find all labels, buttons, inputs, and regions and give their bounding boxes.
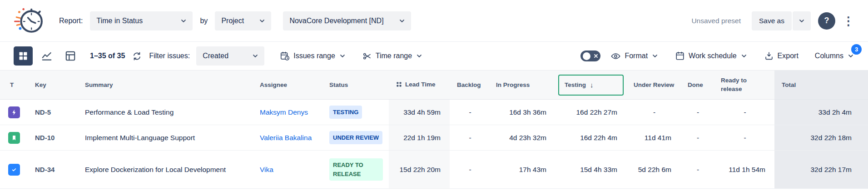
- in-progress-value: 17h 43m: [489, 151, 556, 189]
- column-header-in-progress[interactable]: In Progress: [489, 71, 556, 100]
- lead-time-value: 33d 4h 59m: [389, 100, 450, 125]
- by-label: by: [200, 17, 208, 25]
- column-header-type[interactable]: T: [0, 71, 28, 100]
- backlog-value: -: [450, 151, 489, 189]
- stopwatch-logo: [14, 6, 44, 36]
- total-value: 32d 22h 17m: [774, 151, 868, 189]
- kebab-menu-icon: ⋮: [843, 14, 854, 28]
- testing-value: 15d 4h 33m: [556, 151, 626, 189]
- group-by-value: Project: [221, 17, 244, 25]
- calendar-icon: [675, 51, 685, 61]
- chevron-down-icon: [258, 17, 266, 25]
- save-as-button[interactable]: Save as: [752, 11, 792, 30]
- filter-select[interactable]: Created: [196, 46, 264, 66]
- filter-issues-label: Filter issues:: [149, 52, 190, 60]
- column-header-testing[interactable]: Testing ↓: [556, 71, 626, 100]
- grid-handle-icon: [396, 81, 402, 87]
- issue-summary: Performance & Load Testing: [78, 100, 253, 125]
- under-review-value: -: [626, 100, 680, 125]
- result-count: 1–35 of 35: [90, 52, 125, 60]
- total-value: 32d 22h 18m: [774, 125, 868, 151]
- format-button[interactable]: Format: [610, 49, 660, 63]
- task-type-icon[interactable]: [8, 164, 20, 176]
- checkmark-icon: [10, 166, 18, 173]
- work-schedule-label: Work schedule: [689, 52, 737, 60]
- column-header-lead-time[interactable]: Lead Time: [389, 71, 450, 100]
- export-label: Export: [778, 52, 799, 60]
- toggle-knob: [583, 52, 590, 60]
- issue-key: ND-5: [28, 100, 78, 125]
- preset-status: Unsaved preset: [691, 17, 741, 25]
- column-header-total[interactable]: Total: [774, 71, 868, 100]
- column-header-key[interactable]: Key: [28, 71, 78, 100]
- story-type-icon[interactable]: [8, 132, 20, 144]
- sorted-column-highlight: Testing ↓: [558, 75, 624, 96]
- time-range-label: Time range: [376, 52, 412, 60]
- table-row: ND-10 Implement Multi-Language Support V…: [0, 125, 868, 151]
- column-header-summary[interactable]: Summary: [78, 71, 253, 100]
- ready-to-release-value: 11d 1h 54m: [714, 151, 774, 189]
- filter-value: Created: [203, 52, 228, 60]
- epic-type-icon[interactable]: [8, 106, 20, 118]
- export-button[interactable]: Export: [763, 49, 799, 63]
- cross-icon: [594, 54, 598, 58]
- group-by-select[interactable]: Project: [215, 11, 271, 30]
- report-type-value: Time in Status: [96, 17, 143, 25]
- column-header-ready-to-release[interactable]: Ready to release: [714, 71, 774, 100]
- refresh-button[interactable]: [131, 50, 143, 63]
- backlog-value: -: [450, 125, 489, 151]
- chevron-down-icon: [416, 52, 423, 60]
- ready-to-release-value: -: [714, 100, 774, 125]
- chevron-down-icon: [180, 17, 187, 25]
- assignee-link[interactable]: Valeriia Bakalina: [260, 134, 312, 141]
- pivot-view-button[interactable]: [61, 46, 80, 66]
- chevron-down-icon: [740, 52, 748, 60]
- chevron-down-icon: [252, 52, 259, 60]
- chart-view-button[interactable]: [37, 46, 56, 66]
- chart-view-icon: [41, 50, 53, 62]
- display-toggle[interactable]: [580, 51, 600, 61]
- done-value: -: [680, 151, 714, 189]
- table-view-button[interactable]: [14, 46, 33, 66]
- table-row: ND-5 Performance & Load Testing Maksym D…: [0, 100, 868, 125]
- assignee-link[interactable]: Maksym Denys: [260, 108, 308, 116]
- time-in-status-table: T Key Summary Assignee Status Lead Time: [0, 70, 868, 189]
- done-value: -: [680, 100, 714, 125]
- under-review-value: 11d 41m: [626, 125, 680, 151]
- column-header-under-review[interactable]: Under Review: [626, 71, 680, 100]
- issue-summary: Explore Dockerization for Local Developm…: [78, 151, 253, 189]
- project-select[interactable]: NovaCore Development [ND]: [283, 11, 411, 30]
- save-as-menu-button[interactable]: [793, 11, 811, 30]
- columns-count-badge: 3: [851, 44, 862, 55]
- columns-label: Columns: [815, 52, 843, 60]
- time-range-button[interactable]: Time range: [362, 50, 424, 63]
- lightning-bolt-icon: [10, 109, 18, 116]
- report-type-select[interactable]: Time in Status: [90, 11, 193, 30]
- in-progress-value: 16d 3h 36m: [489, 100, 556, 125]
- question-mark-icon: ?: [824, 16, 829, 25]
- column-header-done[interactable]: Done: [680, 71, 714, 100]
- column-header-backlog[interactable]: Backlog: [450, 71, 489, 100]
- format-label: Format: [625, 52, 648, 60]
- calendar-clock-icon: [280, 51, 290, 61]
- issue-key: ND-10: [28, 125, 78, 151]
- testing-value: 16d 22h 4m: [556, 125, 626, 151]
- project-value: NovaCore Development [ND]: [289, 17, 383, 25]
- backlog-value: -: [450, 100, 489, 125]
- status-badge: UNDER REVIEW: [329, 131, 382, 145]
- assignee-link[interactable]: Vika: [260, 166, 273, 173]
- ready-to-release-value: -: [714, 125, 774, 151]
- scissors-icon: [362, 51, 372, 61]
- total-value: 33d 2h 4m: [774, 100, 868, 125]
- help-button[interactable]: ?: [818, 12, 835, 30]
- work-schedule-button[interactable]: Work schedule: [674, 49, 749, 63]
- more-menu-button[interactable]: ⋮: [843, 15, 854, 27]
- column-header-status[interactable]: Status: [322, 71, 389, 100]
- issues-range-button[interactable]: Issues range: [279, 49, 347, 63]
- column-header-assignee[interactable]: Assignee: [253, 71, 322, 100]
- lead-time-value: 22d 1h 19m: [389, 125, 450, 151]
- bookmark-icon: [10, 134, 18, 141]
- under-review-value: 5d 22h 6m: [626, 151, 680, 189]
- chevron-down-icon: [339, 52, 346, 60]
- columns-button[interactable]: Columns 3: [814, 50, 855, 62]
